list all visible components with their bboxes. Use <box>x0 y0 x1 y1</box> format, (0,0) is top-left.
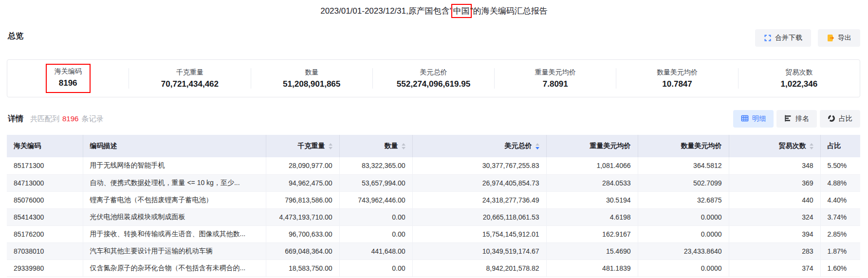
stat-value: 7.8091 <box>543 79 568 89</box>
table-cell: 2.85% <box>820 225 860 242</box>
column-header[interactable]: 千克重量 <box>266 135 339 157</box>
title-prefix: 2023/01/01-2023/12/31,原产国包含" <box>320 6 453 16</box>
table-cell: 85414300 <box>7 208 83 225</box>
page-title: 2023/01/01-2023/12/31,原产国包含"中国"的海关编码汇总报告 <box>0 4 868 18</box>
toolbar: 合并下载 导出 <box>755 29 860 47</box>
match-summary: 共匹配到8196条记录 <box>30 114 103 124</box>
view-button-明细[interactable]: 明细 <box>733 110 774 128</box>
sort-caret-down <box>402 147 406 149</box>
table-cell: 85171300 <box>7 157 83 174</box>
table-cell: 汽车和其他主要设计用于运输的机动车辆 <box>83 242 266 259</box>
view-button-label: 排名 <box>795 114 809 123</box>
table-cell: 26,974,405,854.73 <box>412 174 546 191</box>
table-cell: 4,473,193,710.00 <box>266 208 339 225</box>
table-cell: 743,962,446.00 <box>339 191 412 208</box>
ranking-icon <box>784 114 792 124</box>
sort-carets <box>402 143 406 149</box>
table-cell: 441,648.00 <box>339 242 412 259</box>
table-cell: 284.0533 <box>546 174 638 191</box>
match-prefix: 共匹配到 <box>30 114 59 123</box>
table-cell: 324 <box>729 208 820 225</box>
stat-item: 海关编码8196 <box>7 64 129 93</box>
column-header: 占比 <box>820 135 860 157</box>
match-suffix: 条记录 <box>81 114 103 123</box>
sort-caret-up <box>536 143 539 146</box>
table-cell: 29339980 <box>7 259 83 277</box>
table-cell: 374 <box>729 259 820 277</box>
customs-report-page: 2023/01/01-2023/12/31,原产国包含"中国"的海关编码汇总报告… <box>0 0 868 278</box>
table-cell: 348 <box>729 157 820 174</box>
match-count: 8196 <box>62 114 78 123</box>
table-cell: 28,090,977.00 <box>266 157 339 174</box>
customs-codes-table: 海关编码编码描述千克重量数量美元总价重量美元均价数量美元均价贸易次数占比 851… <box>7 135 860 277</box>
detail-heading: 详情 <box>8 114 23 124</box>
export-button[interactable]: 导出 <box>818 29 860 47</box>
sort-caret-down <box>536 147 539 149</box>
column-header: 重量美元均价 <box>546 135 638 157</box>
table-cell: 用于无线网络的智能手机 <box>83 157 266 174</box>
table-cell: 1.87% <box>820 242 860 259</box>
table-cell: 0.00 <box>339 259 412 277</box>
column-header-label: 编码描述 <box>90 142 117 150</box>
stat-item: 贸易次数1,022,346 <box>739 68 860 89</box>
detail-row: 详情 共匹配到8196条记录 明细排名占比 <box>8 110 860 128</box>
table-cell: 24,318,277,736.49 <box>412 191 546 208</box>
column-header-label: 重量美元均价 <box>590 142 631 150</box>
table-cell: 8,942,201,578.82 <box>412 259 546 277</box>
table-cell: 3.74% <box>820 208 860 225</box>
merge-download-label: 合并下载 <box>775 34 802 42</box>
table-cell: 85076000 <box>7 191 83 208</box>
table-cell: 94,962,475.00 <box>266 174 339 191</box>
sort-caret-up <box>329 143 332 146</box>
column-header: 数量美元均价 <box>638 135 729 157</box>
stat-label: 千克重量 <box>176 68 203 77</box>
table-cell: 440 <box>729 191 820 208</box>
pie-icon <box>828 114 835 124</box>
merge-download-button[interactable]: 合并下载 <box>755 29 811 47</box>
table-row: 85176200用于接收、转换和传输或再生语音、图像或其他数...96,700,… <box>7 225 860 242</box>
stat-label: 数量美元均价 <box>657 68 698 77</box>
stat-label: 美元总价 <box>420 68 447 77</box>
title-highlight-box: 中国 <box>451 4 472 18</box>
view-button-占比[interactable]: 占比 <box>820 110 860 128</box>
column-header[interactable]: 贸易次数 <box>729 135 820 157</box>
table-cell: 85176200 <box>7 225 83 242</box>
table-cell: 369 <box>729 174 820 191</box>
table-cell: 87038010 <box>7 242 83 259</box>
stat-item: 数量美元均价10.7847 <box>616 68 738 89</box>
table-cell: 锂离子蓄电池（不包括废锂离子蓄电池） <box>83 191 266 208</box>
column-header-label: 千克重量 <box>298 142 325 150</box>
table-cell: 20,665,118,061.53 <box>412 208 546 225</box>
view-button-label: 占比 <box>839 114 852 123</box>
column-header-label: 贸易次数 <box>779 142 806 150</box>
column-header[interactable]: 美元总价 <box>412 135 546 157</box>
stat-item: 数量51,208,901,865 <box>251 68 372 89</box>
table-cell: 0.0000 <box>638 225 729 242</box>
table-cell: 4.88% <box>820 174 860 191</box>
stat-label: 贸易次数 <box>785 68 813 77</box>
column-header[interactable]: 数量 <box>339 135 412 157</box>
table-cell: 用于接收、转换和传输或再生语音、图像或其他数... <box>83 225 266 242</box>
column-header: 编码描述 <box>83 135 266 157</box>
table-row: 29339980仅含氮杂原子的杂环化合物（不包括含有未稠合的...18,583,… <box>7 259 860 277</box>
table-cell: 394 <box>729 225 820 242</box>
stat-value: 1,022,346 <box>781 79 818 89</box>
export-label: 导出 <box>838 34 851 42</box>
table-cell: 796,813,586.00 <box>266 191 339 208</box>
overview-stats-card: 海关编码8196千克重量70,721,434,462数量51,208,901,8… <box>7 59 860 97</box>
table-cell: 283 <box>729 242 820 259</box>
table-cell: 光伏电池组装成模块或制成面板 <box>83 208 266 225</box>
sort-caret-up <box>810 143 813 146</box>
stats-row: 海关编码8196千克重量70,721,434,462数量51,208,901,8… <box>7 64 860 93</box>
column-header-label: 占比 <box>828 142 841 150</box>
table-cell: 502.7099 <box>638 174 729 191</box>
table-cell: 23,433.8640 <box>638 242 729 259</box>
table-cell: 1,081.4066 <box>546 157 638 174</box>
title-highlight-text: 中国 <box>453 6 470 16</box>
table-cell: 0.0000 <box>638 208 729 225</box>
stat-item: 千克重量70,721,434,462 <box>129 68 250 89</box>
table-cell: 4.6198 <box>546 208 638 225</box>
sort-carets <box>810 143 813 149</box>
stat-item: 重量美元均价7.8091 <box>495 68 616 89</box>
view-button-排名[interactable]: 排名 <box>776 110 817 128</box>
